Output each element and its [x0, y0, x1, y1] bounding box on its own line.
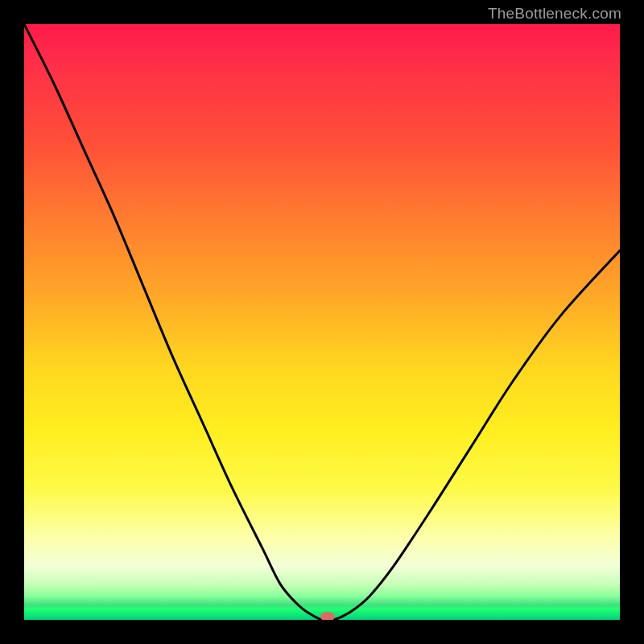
bottleneck-curve — [24, 24, 620, 620]
plot-area — [24, 24, 620, 620]
chart-container: TheBottleneck.com — [0, 0, 644, 644]
optimal-point-marker — [320, 612, 335, 620]
watermark-text: TheBottleneck.com — [488, 5, 621, 23]
curve-path — [24, 24, 620, 620]
